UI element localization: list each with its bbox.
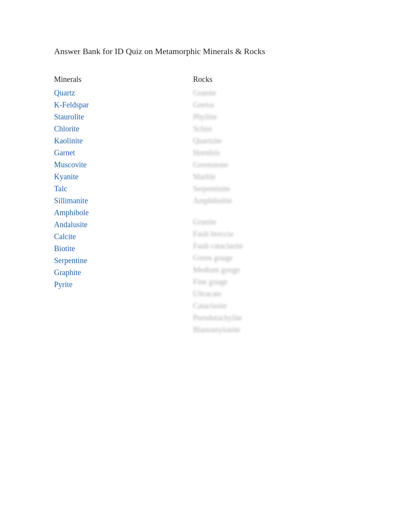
list-item: Fault breccia (193, 228, 332, 240)
rocks-column: Rocks GraniteGneissPhylliteSchistQuartzi… (193, 75, 332, 336)
list-item: Andalusite (54, 219, 193, 231)
list-item: Muscovite (54, 159, 193, 171)
list-item: Garnet (54, 147, 193, 159)
rocks-list-group1: GraniteGneissPhylliteSchistQuartziteHorn… (193, 87, 332, 207)
list-item: Serpentine (54, 255, 193, 267)
list-item: Ultracate (193, 288, 332, 300)
list-item: Marble (193, 171, 332, 183)
list-item: K-Feldspar (54, 99, 193, 111)
list-item: Sillimanite (54, 195, 193, 207)
rocks-list-group2: GraniteFault brecciaFault cataclasiteGre… (193, 216, 332, 336)
list-item: Quartz (54, 87, 193, 99)
list-item: Schist (193, 123, 332, 135)
list-item: Kyanite (54, 171, 193, 183)
list-item: Fine gouge (193, 276, 332, 288)
content-columns: Minerals QuartzK-FeldsparStauroliteChlor… (54, 75, 356, 336)
list-item: Green gouge (193, 252, 332, 264)
list-item: Phyllite (193, 111, 332, 123)
list-item: Blastomylonite (193, 324, 332, 336)
list-item: Greenstone (193, 159, 332, 171)
list-item: Granite (193, 87, 332, 99)
list-item: Amphibole (54, 207, 193, 219)
list-item: Calcite (54, 231, 193, 243)
list-item: Kaolinite (54, 135, 193, 147)
list-item: Pyrite (54, 279, 193, 291)
list-item: Biotite (54, 243, 193, 255)
list-item: Serpentinite (193, 183, 332, 195)
list-item: Cataclasite (193, 300, 332, 312)
list-item: Talc (54, 183, 193, 195)
list-item: Medium gouge (193, 264, 332, 276)
list-item: Fault cataclasite (193, 240, 332, 252)
minerals-header: Minerals (54, 75, 193, 84)
minerals-column: Minerals QuartzK-FeldsparStauroliteChlor… (54, 75, 193, 336)
list-item: Granite (193, 216, 332, 228)
minerals-list: QuartzK-FeldsparStauroliteChloriteKaolin… (54, 87, 193, 291)
list-item: Gneiss (193, 99, 332, 111)
page-title: Answer Bank for ID Quiz on Metamorphic M… (54, 46, 356, 56)
rocks-header: Rocks (193, 75, 332, 84)
list-item: Amphibolite (193, 195, 332, 207)
list-item: Staurolite (54, 111, 193, 123)
rocks-section-gap (193, 207, 332, 216)
list-item: Hornfels (193, 147, 332, 159)
list-item: Pseudotachylite (193, 312, 332, 324)
list-item: Chlorite (54, 123, 193, 135)
list-item: Graphite (54, 267, 193, 279)
list-item: Quartzite (193, 135, 332, 147)
